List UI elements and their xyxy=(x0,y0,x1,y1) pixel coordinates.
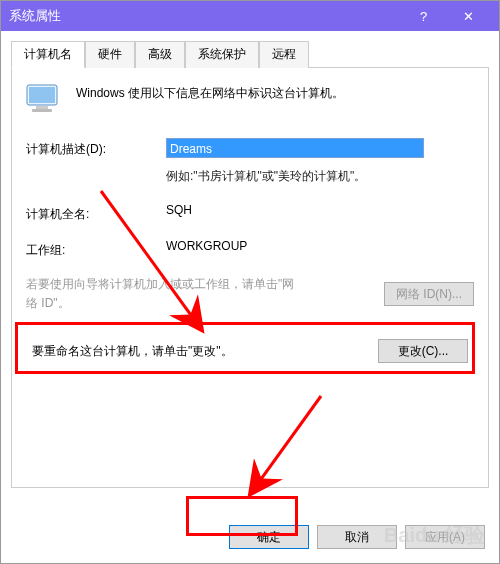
dialog-body: 计算机名 硬件 高级 系统保护 远程 Windows 使用以下信息在网络中标识这… xyxy=(1,31,499,496)
svg-rect-1 xyxy=(29,87,55,103)
computer-description-label: 计算机描述(D): xyxy=(26,138,166,158)
workgroup-label: 工作组: xyxy=(26,239,166,259)
intro-text: Windows 使用以下信息在网络中标识这台计算机。 xyxy=(76,84,344,102)
tabbar: 计算机名 硬件 高级 系统保护 远程 xyxy=(11,41,489,68)
tab-hardware[interactable]: 硬件 xyxy=(85,41,135,68)
system-properties-window: 系统属性 ? ✕ 计算机名 硬件 高级 系统保护 远程 xyxy=(0,0,500,564)
tab-content: Windows 使用以下信息在网络中标识这台计算机。 计算机描述(D): Dre… xyxy=(11,68,489,488)
titlebar-buttons: ? ✕ xyxy=(401,1,491,31)
tab-remote[interactable]: 远程 xyxy=(259,41,309,68)
rename-text: 要重命名这台计算机，请单击"更改"。 xyxy=(32,343,233,360)
computer-description-input[interactable]: Dreams xyxy=(166,138,424,158)
computer-description-row: 计算机描述(D): Dreams xyxy=(26,138,474,158)
intro-row: Windows 使用以下信息在网络中标识这台计算机。 xyxy=(26,84,474,116)
computer-description-hint: 例如:"书房计算机"或"美玲的计算机"。 xyxy=(166,168,474,185)
computer-fullname-value: SQH xyxy=(166,203,474,223)
network-id-button: 网络 ID(N)... xyxy=(384,282,474,306)
tab-advanced[interactable]: 高级 xyxy=(135,41,185,68)
computer-fullname-row: 计算机全名: SQH xyxy=(26,203,474,223)
svg-rect-3 xyxy=(32,109,52,112)
monitor-icon xyxy=(26,84,62,116)
tab-system-protection[interactable]: 系统保护 xyxy=(185,41,259,68)
ok-button[interactable]: 确定 xyxy=(229,525,309,549)
workgroup-row: 工作组: WORKGROUP xyxy=(26,239,474,259)
cancel-button[interactable]: 取消 xyxy=(317,525,397,549)
dialog-buttons: 确定 取消 应用(A) xyxy=(229,525,485,549)
help-button[interactable]: ? xyxy=(401,1,446,31)
titlebar: 系统属性 ? ✕ xyxy=(1,1,499,31)
apply-button: 应用(A) xyxy=(405,525,485,549)
svg-rect-2 xyxy=(36,106,48,109)
workgroup-value: WORKGROUP xyxy=(166,239,474,259)
window-title: 系统属性 xyxy=(9,7,401,25)
rename-section: 要重命名这台计算机，请单击"更改"。 更改(C)... xyxy=(26,329,474,373)
network-id-text: 若要使用向导将计算机加入域或工作组，请单击"网络 ID"。 xyxy=(26,275,306,313)
computer-fullname-label: 计算机全名: xyxy=(26,203,166,223)
close-button[interactable]: ✕ xyxy=(446,1,491,31)
change-button[interactable]: 更改(C)... xyxy=(378,339,468,363)
tab-computer-name[interactable]: 计算机名 xyxy=(11,41,85,68)
network-id-section: 若要使用向导将计算机加入域或工作组，请单击"网络 ID"。 网络 ID(N)..… xyxy=(26,275,474,313)
